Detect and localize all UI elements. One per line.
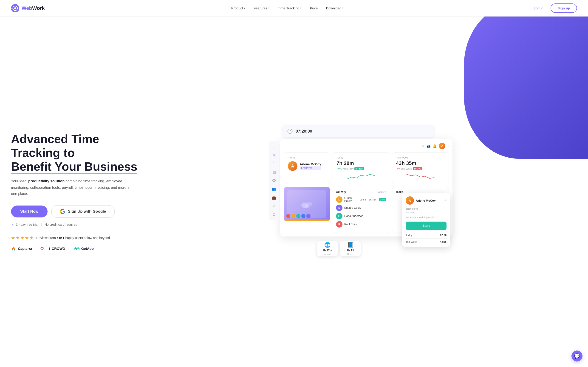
hero-buttons: Start Now Sign Up with Google xyxy=(11,205,140,218)
today-chart xyxy=(337,172,385,180)
facebook-icon: 📘 xyxy=(347,242,354,248)
hero-description: Your ideal productivity solution combini… xyxy=(11,178,130,197)
chevron-down-icon: ▾ xyxy=(448,145,449,147)
timer-bar: 🕐 07:20:00 xyxy=(283,125,434,137)
screenshot-card xyxy=(284,187,330,221)
login-button[interactable]: Log in xyxy=(530,4,547,12)
bag-icon[interactable]: 💼 xyxy=(272,195,276,200)
hero-right: 🕐 07:20:00 ☰ ⊞ ⏱ ▤ 🖼 👥 💼 ☑ ⚙ 🖥 � xyxy=(140,123,577,261)
profile-name: Arlene McCoy xyxy=(300,162,321,166)
star-rating: ★★★★★ xyxy=(11,235,34,241)
google-icon xyxy=(60,209,65,214)
svg-marker-6 xyxy=(12,249,14,251)
tasks-icon[interactable]: ☑ xyxy=(272,204,276,208)
svg-marker-7 xyxy=(14,249,15,251)
signup-button[interactable]: Sign up xyxy=(551,3,577,13)
google-signup-button[interactable]: Sign Up with Google xyxy=(51,205,115,218)
reviews-text: Reviews from 51K+ happy users below and … xyxy=(36,236,110,240)
chevron-down-icon: ▾ xyxy=(268,7,270,10)
nav-product[interactable]: Product ▾ xyxy=(228,4,249,12)
svg-text:2: 2 xyxy=(43,247,44,249)
nav-time-tracking[interactable]: Time Tracking ▾ xyxy=(275,4,305,12)
app-icons xyxy=(286,214,311,218)
dashboard-sidebar: ☰ ⊞ ⏱ ▤ 🖼 👥 💼 ☑ ⚙ xyxy=(269,141,279,220)
dashboard-mockup: 🕐 07:20:00 ☰ ⊞ ⏱ ▤ 🖼 👥 💼 ☑ ⚙ 🖥 � xyxy=(269,123,448,261)
chat-icon: 💬 xyxy=(574,353,580,359)
capterra-logo: Capterra xyxy=(11,246,32,251)
clock-icon: 🕐 xyxy=(287,128,293,134)
logo[interactable]: WebWork xyxy=(11,4,45,12)
review-logos: Capterra G 2 | CROWD GetApp xyxy=(11,246,140,251)
logo-icon xyxy=(11,4,19,12)
screen-icon: 🖥 xyxy=(421,144,424,148)
logo-text: WebWork xyxy=(22,5,45,11)
activity-user-2: E Eduard Couly xyxy=(336,205,386,211)
svg-marker-5 xyxy=(14,247,15,249)
tracker-today-row: Today 07:20 xyxy=(406,232,447,236)
chat-bubble-button[interactable]: 💬 xyxy=(571,350,582,361)
activity-user-1: L Lucas Brown 09:55 2h 35m 38% xyxy=(336,196,386,203)
capterra-icon xyxy=(11,246,16,251)
users-icon[interactable]: 👥 xyxy=(272,187,276,191)
svg-point-2 xyxy=(14,7,16,9)
camera-icon: 📷 xyxy=(426,144,431,148)
more-icon[interactable]: ≡ xyxy=(444,198,447,202)
week-chart xyxy=(396,172,445,180)
g2-logo: G 2 | CROWD xyxy=(40,246,65,251)
reviews-row: ★★★★★ Reviews from 51K+ happy users belo… xyxy=(11,235,140,241)
nav-auth: Log in Sign up xyxy=(530,3,577,13)
navigation: WebWork Product ▾ Features ▾ Time Tracki… xyxy=(0,0,588,17)
nav-download[interactable]: Download ▾ xyxy=(323,4,347,12)
hero-section: Advanced Time Tracking to Benefit Your B… xyxy=(0,17,588,367)
chevron-down-icon: ▾ xyxy=(244,7,245,10)
chevron-down-icon: ▾ xyxy=(300,7,302,10)
app-time-card-fb: 📘 2h 13 Non... xyxy=(340,241,361,256)
list-icon[interactable]: ▤ xyxy=(272,170,276,175)
tracker-avatar: A xyxy=(406,196,414,205)
nav-price[interactable]: Price xyxy=(307,4,321,12)
week-card: This Week 43h 35m -4% last week 8h 30s xyxy=(392,152,449,184)
panel-top-bar: 🖥 📷 🔔 A ▾ xyxy=(284,143,449,149)
clock-sidebar-icon[interactable]: ⏱ xyxy=(272,162,276,166)
profile-role: Employee xyxy=(300,166,321,170)
profile-card: Profile A Arlene McCoy Employee xyxy=(284,152,330,184)
hero-title: Advanced Time Tracking to Benefit Your B… xyxy=(11,132,140,173)
activity-user-3: H Hana Anderson xyxy=(336,213,386,219)
settings-icon[interactable]: ⚙ xyxy=(272,212,276,217)
today-card: Today 7h 20m +4% yesterday 6h 59m xyxy=(333,152,389,184)
timer-display: 07:20:00 xyxy=(296,129,312,134)
user-avatar-top[interactable]: A xyxy=(439,143,445,149)
tracker-float-card: A Arlene McCoy ≡ Brightstone No task Wha… xyxy=(402,193,450,247)
svg-marker-4 xyxy=(12,247,14,249)
getapp-logo: GetApp xyxy=(73,247,94,251)
cards-row-1: Profile A Arlene McCoy Employee Today 7h xyxy=(284,152,449,184)
g2-icon: G 2 xyxy=(40,246,47,251)
bell-icon: 🔔 xyxy=(433,144,437,148)
chevron-down-icon: ▾ xyxy=(342,7,344,10)
hero-left: Advanced Time Tracking to Benefit Your B… xyxy=(11,132,140,251)
nav-links: Product ▾ Features ▾ Time Tracking ▾ Pri… xyxy=(228,4,347,12)
svg-point-12 xyxy=(304,205,309,208)
image-icon[interactable]: 🖼 xyxy=(272,179,276,183)
profile-avatar: A xyxy=(288,161,297,171)
chrome-icon: 🌐 xyxy=(324,242,330,248)
start-now-button[interactable]: Start Now xyxy=(11,206,48,217)
nav-features[interactable]: Features ▾ xyxy=(250,4,273,12)
activity-card: Activity Today ▾ L Lucas Brown 09:55 2h … xyxy=(333,187,389,233)
check-icon: ✓ xyxy=(11,223,14,227)
app-time-card-chrome: 🌐 1h 27m Neutral xyxy=(317,241,338,256)
screenshot-preview-icon xyxy=(300,200,314,209)
tracker-start-button[interactable]: Start xyxy=(406,222,447,230)
menu-icon[interactable]: ☰ xyxy=(272,145,276,149)
getapp-icon xyxy=(73,247,79,251)
trial-note: ✓ 14-day free trial | No credit card req… xyxy=(11,223,140,227)
activity-user-4: P Paul Chim xyxy=(336,221,386,227)
grid-icon[interactable]: ⊞ xyxy=(273,153,276,158)
tracker-week-row: This week 43:35 xyxy=(406,238,447,243)
